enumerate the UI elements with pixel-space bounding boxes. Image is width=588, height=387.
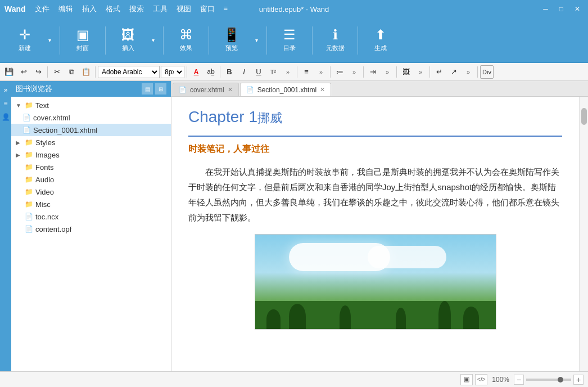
view-mode-buttons: ▣ </> (460, 374, 487, 385)
menu-window[interactable]: 窗口 (198, 3, 217, 15)
new-button[interactable]: ✛ 新建 (7, 22, 43, 58)
font-size-select[interactable]: 8px (161, 66, 184, 78)
minimize-button[interactable]: ─ (540, 4, 551, 14)
import-button[interactable]: ↵ (432, 65, 446, 79)
new-label: 新建 (19, 44, 31, 52)
io-more-button[interactable]: » (462, 65, 475, 79)
insert-label: 插入 (122, 44, 134, 52)
design-view-button[interactable]: ▣ (460, 374, 473, 385)
menu-edit[interactable]: 编辑 (56, 3, 75, 15)
tab-section-icon: 📄 (246, 86, 254, 93)
tree-file-opf[interactable]: 📄 content.opf (11, 223, 171, 235)
paste-button[interactable]: 📋 (79, 65, 93, 79)
indent-more-button[interactable]: » (381, 65, 394, 79)
cover-button[interactable]: ▣ 封面 (65, 22, 101, 58)
superscript-button[interactable]: T² (266, 65, 280, 79)
tool-group-preview: 📱 预览 ▾ (214, 22, 262, 58)
close-button[interactable]: ✕ (571, 4, 584, 14)
tree-item-label: Images (35, 151, 60, 159)
tree-folder-misc[interactable]: 📁 Misc (11, 198, 171, 210)
tree-folder-text[interactable]: ▼ 📁 Text (11, 99, 171, 111)
tree-item-label: Text (35, 101, 49, 110)
zoom-plus-button[interactable]: + (573, 375, 584, 385)
left-icon-arrows[interactable]: » (1, 86, 10, 94)
tree-folder-video[interactable]: 📁 Video (11, 186, 171, 198)
menu-insert[interactable]: 插入 (80, 3, 99, 15)
italic-button[interactable]: I (237, 65, 251, 79)
code-view-button[interactable]: </> (475, 374, 487, 385)
preview-button[interactable]: 📱 预览 (214, 22, 250, 58)
image-btn[interactable]: 🖼 (399, 65, 413, 79)
vertical-scrollbar[interactable] (579, 97, 588, 371)
tab-cover-label: cover.xhtml (190, 86, 224, 94)
div-button[interactable]: Div (480, 65, 494, 79)
align-more-button[interactable]: » (314, 65, 328, 79)
tree-file-cover[interactable]: 📄 cover.xhtml (11, 111, 171, 124)
zoom-minus-button[interactable]: − (514, 375, 524, 385)
font-color-button[interactable]: A (189, 65, 203, 79)
list-button[interactable]: ≔ (333, 65, 346, 79)
menu-file[interactable]: 文件 (33, 3, 52, 15)
menu-search[interactable]: 搜索 (127, 3, 146, 15)
tree-folder-images[interactable]: ▶ 📁 Images (11, 148, 171, 161)
toolbar-sep-2 (105, 26, 106, 55)
copy-button[interactable]: ⧉ (65, 65, 78, 79)
menu-tools[interactable]: 工具 (151, 3, 170, 15)
insert-more-button[interactable]: » (414, 65, 427, 79)
cut-button[interactable]: ✂ (50, 65, 64, 79)
sidebar-list-view[interactable]: ▤ (142, 83, 153, 94)
tab-cover[interactable]: 📄 cover.xhtml ✕ (173, 83, 239, 96)
folder-icon: 📁 (25, 138, 33, 146)
save-button[interactable]: 💾 (2, 65, 16, 79)
tree-folder-styles[interactable]: ▶ 📁 Styles (11, 136, 171, 148)
zoom-slider[interactable] (526, 379, 571, 381)
sidebar-grid-view[interactable]: ⊞ (155, 83, 166, 94)
list-more-button[interactable]: » (347, 65, 361, 79)
tb2-sep-2 (95, 66, 96, 78)
menu-expand[interactable]: ≡ (221, 3, 230, 15)
tool-group-new: ✛ 新建 ▾ (7, 22, 55, 58)
window-controls: ─ □ ✕ (540, 4, 584, 14)
font-select[interactable]: Adobe Arabic (98, 66, 160, 78)
tab-section[interactable]: 📄 Section_0001.xhtml ✕ (240, 83, 331, 96)
tree-folder-audio[interactable]: 📁 Audio (11, 173, 171, 186)
left-icon-list[interactable]: ≡ (1, 99, 10, 108)
toc-button[interactable]: ☰ 目录 (272, 22, 307, 58)
indent-button[interactable]: ⇥ (366, 65, 379, 79)
file-tree: ▼ 📁 Text 📄 cover.xhtml 📄 Section_0001.xh… (11, 97, 171, 371)
redo-button[interactable]: ↪ (31, 65, 45, 79)
tree-folder-fonts[interactable]: 📁 Fonts (11, 161, 171, 173)
preview-dropdown[interactable]: ▾ (251, 22, 262, 58)
editor-content[interactable]: Chapter 1挪威 时装笔记，人事过往 在我开始认真捕捉奥斯陆的时装故事前，… (171, 97, 579, 371)
export-button[interactable]: ↗ (447, 65, 460, 79)
bold-button[interactable]: B (223, 65, 236, 79)
tree-item-label: cover.xhtml (33, 114, 70, 122)
tab-section-close[interactable]: ✕ (320, 86, 325, 93)
effect-button[interactable]: ⌘ 效果 (168, 22, 204, 58)
new-dropdown[interactable]: ▾ (44, 22, 55, 58)
menu-format[interactable]: 格式 (103, 3, 123, 15)
align-button[interactable]: ≡ (300, 65, 313, 79)
maximize-button[interactable]: □ (556, 4, 567, 14)
zoom-slider-thumb[interactable] (558, 377, 563, 382)
highlight-button[interactable]: ab̲ (204, 65, 218, 79)
sidebar-title: 图书浏览器 (16, 84, 137, 94)
body-text[interactable]: 在我开始认真捕捉奥斯陆的时装故事前，我自己是斯典时装的拥趸我并不认为会在奥斯陆写… (188, 164, 562, 225)
undo-button[interactable]: ↩ (17, 65, 30, 79)
underline-button[interactable]: U (252, 65, 265, 79)
insert-button[interactable]: 🖼 插入 (110, 22, 146, 58)
new-icon: ✛ (19, 28, 30, 42)
metadata-button[interactable]: ℹ 元数据 (317, 22, 353, 58)
folder-icon: 📁 (25, 163, 33, 171)
menu-view[interactable]: 视图 (174, 3, 193, 15)
tb2-sep-3 (187, 66, 187, 78)
generate-button[interactable]: ⬆ 生成 (363, 22, 399, 58)
insert-dropdown[interactable]: ▾ (147, 22, 159, 58)
format-more-button[interactable]: » (281, 65, 295, 79)
cover-label: 封面 (76, 44, 89, 52)
tab-cover-close[interactable]: ✕ (228, 86, 233, 93)
tree-file-toc[interactable]: 📄 toc.ncx (11, 210, 171, 223)
scroll-thumb[interactable] (581, 108, 587, 125)
left-icon-user[interactable]: 👤 (1, 112, 10, 122)
tree-file-section[interactable]: 📄 Section_0001.xhtml (11, 124, 171, 136)
